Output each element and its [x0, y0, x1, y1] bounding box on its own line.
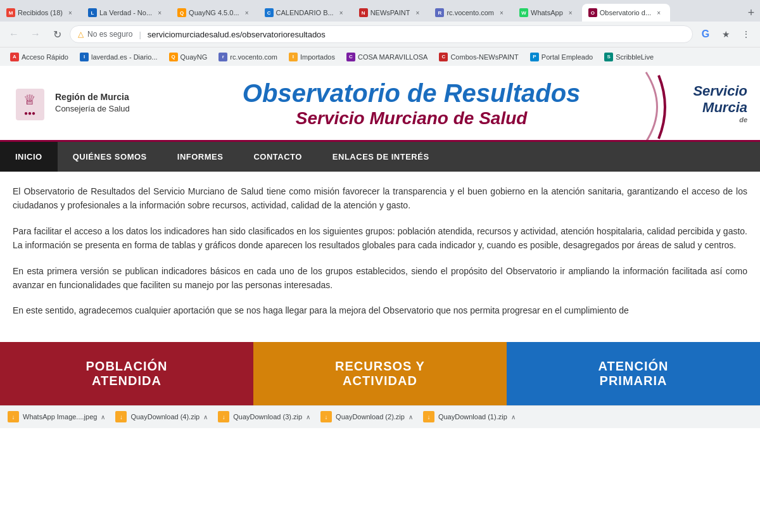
tab-calendario-label: CALENDARIO B... — [276, 9, 334, 16]
nav-enlaces-de-inters[interactable]: ENLACES DE INTERÉS — [317, 142, 445, 172]
bookmark-scribblelive[interactable]: SScribbleLive — [599, 51, 659, 63]
bookmark-button[interactable]: ★ — [717, 25, 735, 43]
tab-observatorio-favicon: O — [588, 8, 597, 17]
paragraph-2: Para facilitar el acceso a los datos los… — [13, 224, 747, 253]
reload-button[interactable]: ↻ — [48, 25, 66, 43]
tab-quayng[interactable]: QQuayNG 4.5.0...× — [171, 4, 258, 22]
browser-chrome: MRecibidos (18)×LLa Verdad - No...×QQuay… — [0, 0, 760, 66]
tab-laverdad-favicon: L — [88, 8, 97, 17]
main-nav: INICIOQUIÉNES SOMOSINFORMESCONTACTOENLAC… — [0, 142, 760, 172]
tab-rcvocento-close[interactable]: × — [497, 8, 507, 18]
svg-text:♕: ♕ — [23, 92, 36, 108]
header-right: Servicio Murcia de — [693, 83, 747, 124]
tab-calendario[interactable]: CCALENDARIO B...× — [258, 4, 353, 22]
nav-contacto[interactable]: CONTACTO — [238, 142, 317, 172]
tab-rcvocento-favicon: R — [435, 8, 444, 17]
bookmark-laverdades---diario[interactable]: llaverdad.es - Diario... — [75, 51, 163, 63]
tab-whatsapp-label: WhatsApp — [531, 9, 563, 16]
region-logo: ♕ ●●● — [13, 82, 48, 124]
card-blue[interactable]: ATENCIÓN PRIMARIA — [507, 342, 760, 405]
browser-menu-button[interactable]: ⋮ — [737, 25, 755, 43]
bookmark-combos-newspaint[interactable]: CCombos-NEWsPAINT — [434, 51, 523, 63]
card-red[interactable]: POBLACIÓN ATENDIDA — [0, 342, 253, 405]
download-quaydownload-(4).zip[interactable]: ↓QuayDownload (4).zip∧ — [115, 411, 208, 422]
bookmark-quayng[interactable]: QQuayNG — [164, 51, 213, 63]
website: ♕ ●●● Región de Murcia Consejería de Sal… — [0, 66, 760, 405]
card-orange[interactable]: RECURSOS Y ACTIVIDAD — [253, 342, 507, 405]
tab-observatorio-label: Observatorio d... — [600, 9, 651, 16]
bookmark-label: Combos-NEWsPAINT — [450, 53, 518, 61]
nav-informes[interactable]: INFORMES — [162, 142, 239, 172]
bookmark-acceso-rpido[interactable]: AAcceso Rápido — [5, 51, 73, 63]
bookmark-label: Importados — [300, 53, 335, 61]
tab-gmail-close[interactable]: × — [65, 8, 75, 18]
tab-gmail[interactable]: MRecibidos (18)× — [0, 4, 82, 22]
tab-rcvocento-label: rc.vocento.com — [446, 9, 494, 16]
download-file-icon: ↓ — [8, 411, 19, 422]
tab-observatorio-close[interactable]: × — [654, 8, 664, 18]
download-chevron-icon[interactable]: ∧ — [203, 414, 208, 421]
bookmark-favicon: r — [218, 53, 227, 61]
bookmark-portal-empleado[interactable]: PPortal Empleado — [525, 51, 598, 63]
bookmark-favicon: C — [346, 53, 355, 61]
tab-laverdad-close[interactable]: × — [155, 8, 165, 18]
tab-rcvocento[interactable]: Rrc.vocento.com× — [429, 4, 513, 22]
decorative-curve — [545, 69, 671, 145]
download-quaydownload-(3).zip[interactable]: ↓QuayDownload (3).zip∧ — [218, 411, 310, 422]
bookmark-favicon: P — [530, 53, 539, 61]
tab-quayng-label: QuayNG 4.5.0... — [189, 9, 239, 16]
security-warning: No es seguro — [87, 30, 132, 39]
site-header: ♕ ●●● Región de Murcia Consejería de Sal… — [0, 66, 760, 142]
url-bar[interactable]: △ No es seguro | serviciomurciadesalud.e… — [70, 25, 693, 43]
bookmark-label: laverdad.es - Diario... — [91, 53, 158, 61]
region-sub: Consejería de Salud — [55, 103, 130, 115]
tab-newspaint[interactable]: NNEWsPAINT× — [353, 4, 429, 22]
paragraph-4: En este sentido, agradecemos cualquier a… — [13, 303, 747, 317]
address-bar: ← → ↻ △ No es seguro | serviciomurciades… — [0, 22, 760, 47]
bookmark-label: Portal Empleado — [542, 53, 593, 61]
tab-whatsapp-favicon: W — [519, 8, 528, 17]
bookmark-label: QuayNG — [180, 53, 208, 61]
bookmark-rcvocentocom[interactable]: rrc.vocento.com — [213, 51, 282, 63]
bookmark-favicon: A — [10, 53, 19, 61]
header-left: ♕ ●●● Región de Murcia Consejería de Sal… — [13, 82, 130, 124]
region-name: Región de Murcia — [55, 91, 130, 104]
bookmark-label: Acceso Rápido — [22, 53, 68, 61]
bookmark-importados[interactable]: IImportados — [284, 51, 340, 63]
tab-calendario-favicon: C — [265, 8, 274, 17]
tab-newspaint-close[interactable]: × — [412, 8, 422, 18]
nav-inicio[interactable]: INICIO — [0, 142, 58, 172]
download-bar: ↓WhatsApp Image....jpeg∧↓QuayDownload (4… — [0, 405, 760, 428]
bookmark-favicon: C — [439, 53, 448, 61]
tab-gmail-label: Recibidos (18) — [18, 9, 63, 16]
download-whatsapp-image....jpeg[interactable]: ↓WhatsApp Image....jpeg∧ — [8, 411, 105, 422]
tab-whatsapp-close[interactable]: × — [566, 8, 576, 18]
download-chevron-icon[interactable]: ∧ — [101, 414, 105, 421]
download-chevron-icon[interactable]: ∧ — [511, 414, 516, 421]
tab-observatorio[interactable]: OObservatorio d...× — [582, 4, 670, 22]
google-account-button[interactable]: G — [697, 25, 714, 43]
tab-laverdad[interactable]: LLa Verdad - No...× — [82, 4, 171, 22]
security-icon: △ — [78, 30, 84, 39]
svg-text:●●●: ●●● — [24, 110, 35, 117]
download-file-icon: ↓ — [218, 411, 229, 422]
tab-calendario-close[interactable]: × — [336, 8, 346, 18]
nav-quines-somos[interactable]: QUIÉNES SOMOS — [58, 142, 162, 172]
bookmark-label: rc.vocento.com — [230, 53, 277, 61]
download-name: QuayDownload (2).zip — [336, 413, 405, 421]
download-chevron-icon[interactable]: ∧ — [306, 414, 310, 421]
tab-quayng-close[interactable]: × — [242, 8, 252, 18]
servicio-label: Servicio — [693, 83, 747, 99]
new-tab-button[interactable]: + — [742, 4, 760, 22]
back-button[interactable]: ← — [5, 25, 23, 43]
bookmark-cosa-maravillosa[interactable]: CCOSA MARAVILLOSA — [341, 51, 433, 63]
tab-whatsapp[interactable]: WWhatsApp× — [513, 4, 582, 22]
cards-row: POBLACIÓN ATENDIDARECURSOS Y ACTIVIDADAT… — [0, 342, 760, 405]
download-chevron-icon[interactable]: ∧ — [408, 414, 413, 421]
download-quaydownload-(2).zip[interactable]: ↓QuayDownload (2).zip∧ — [320, 411, 413, 422]
download-quaydownload-(1).zip[interactable]: ↓QuayDownload (1).zip∧ — [423, 411, 516, 422]
paragraph-1: El Observatorio de Resultados del Servic… — [13, 184, 747, 213]
bookmark-favicon: l — [80, 53, 89, 61]
forward-button[interactable]: → — [27, 25, 44, 43]
tab-gmail-favicon: M — [6, 8, 15, 17]
